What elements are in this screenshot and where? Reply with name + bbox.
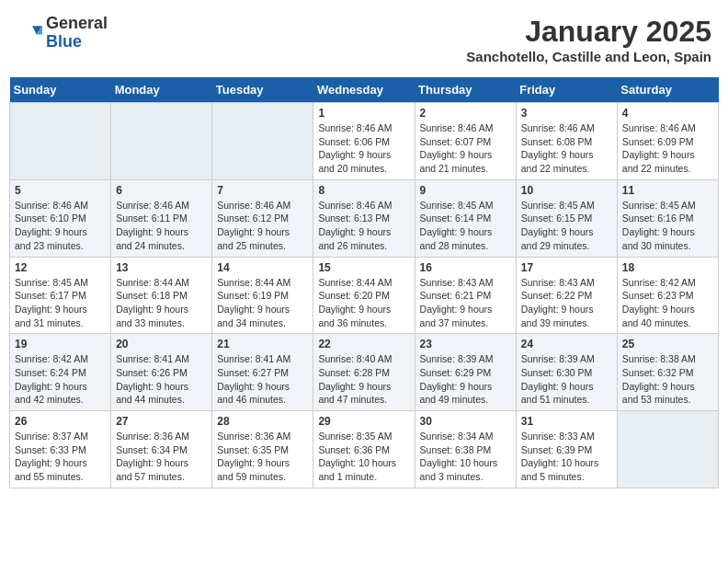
calendar-cell: 7Sunrise: 8:46 AM Sunset: 6:12 PM Daylig…: [212, 179, 313, 257]
day-number: 7: [217, 184, 308, 197]
calendar-week-row: 19Sunrise: 8:42 AM Sunset: 6:24 PM Dayli…: [10, 334, 719, 411]
day-number: 9: [420, 184, 511, 197]
month-title: January 2025: [466, 15, 711, 49]
calendar-cell: 2Sunrise: 8:46 AM Sunset: 6:07 PM Daylig…: [415, 103, 516, 180]
day-number: 16: [420, 261, 511, 274]
calendar-week-row: 1Sunrise: 8:46 AM Sunset: 6:06 PM Daylig…: [10, 103, 719, 180]
day-info: Sunrise: 8:43 AM Sunset: 6:21 PM Dayligh…: [420, 276, 511, 330]
calendar-cell: [212, 103, 313, 180]
weekday-header-friday: Friday: [516, 77, 617, 103]
weekday-header-monday: Monday: [111, 77, 212, 103]
day-number: 31: [521, 415, 612, 428]
day-info: Sunrise: 8:33 AM Sunset: 6:39 PM Dayligh…: [521, 430, 612, 484]
day-info: Sunrise: 8:35 AM Sunset: 6:36 PM Dayligh…: [318, 430, 409, 484]
day-number: 6: [116, 184, 207, 197]
day-number: 25: [622, 338, 713, 350]
day-info: Sunrise: 8:45 AM Sunset: 6:14 PM Dayligh…: [420, 199, 511, 253]
day-number: 24: [521, 338, 612, 350]
day-number: 1: [318, 107, 409, 120]
day-number: 27: [116, 415, 207, 428]
day-info: Sunrise: 8:40 AM Sunset: 6:28 PM Dayligh…: [318, 352, 409, 407]
day-number: 14: [217, 261, 308, 274]
day-info: Sunrise: 8:46 AM Sunset: 6:13 PM Dayligh…: [318, 199, 409, 253]
day-info: Sunrise: 8:42 AM Sunset: 6:23 PM Dayligh…: [622, 276, 713, 330]
calendar-cell: [617, 411, 718, 488]
day-info: Sunrise: 8:42 AM Sunset: 6:24 PM Dayligh…: [15, 352, 106, 407]
day-number: 21: [217, 338, 308, 350]
calendar-cell: 30Sunrise: 8:34 AM Sunset: 6:38 PM Dayli…: [415, 411, 516, 488]
day-number: 17: [521, 261, 612, 274]
day-number: 5: [15, 184, 106, 197]
calendar-cell: 26Sunrise: 8:37 AM Sunset: 6:33 PM Dayli…: [10, 411, 111, 488]
logo-general: General: [46, 15, 108, 33]
calendar-cell: 10Sunrise: 8:45 AM Sunset: 6:15 PM Dayli…: [516, 179, 617, 257]
calendar-cell: 22Sunrise: 8:40 AM Sunset: 6:28 PM Dayli…: [313, 334, 415, 411]
day-number: 20: [116, 338, 207, 350]
day-number: 26: [15, 415, 106, 428]
day-info: Sunrise: 8:44 AM Sunset: 6:20 PM Dayligh…: [318, 276, 409, 330]
calendar-cell: 25Sunrise: 8:38 AM Sunset: 6:32 PM Dayli…: [617, 334, 718, 411]
calendar-cell: 28Sunrise: 8:36 AM Sunset: 6:35 PM Dayli…: [212, 411, 313, 488]
calendar-cell: 6Sunrise: 8:46 AM Sunset: 6:11 PM Daylig…: [111, 179, 212, 257]
day-number: 13: [116, 261, 207, 274]
calendar-cell: 24Sunrise: 8:39 AM Sunset: 6:30 PM Dayli…: [516, 334, 617, 411]
calendar-cell: 8Sunrise: 8:46 AM Sunset: 6:13 PM Daylig…: [313, 179, 415, 257]
day-info: Sunrise: 8:36 AM Sunset: 6:35 PM Dayligh…: [217, 430, 308, 484]
weekday-header-sunday: Sunday: [10, 77, 111, 103]
calendar-cell: 16Sunrise: 8:43 AM Sunset: 6:21 PM Dayli…: [415, 257, 516, 334]
day-number: 12: [15, 261, 106, 274]
day-info: Sunrise: 8:45 AM Sunset: 6:15 PM Dayligh…: [521, 199, 612, 253]
calendar-cell: 23Sunrise: 8:39 AM Sunset: 6:29 PM Dayli…: [415, 334, 516, 411]
day-info: Sunrise: 8:46 AM Sunset: 6:10 PM Dayligh…: [15, 199, 106, 253]
day-number: 15: [318, 261, 409, 274]
day-info: Sunrise: 8:41 AM Sunset: 6:26 PM Dayligh…: [116, 352, 207, 407]
day-info: Sunrise: 8:44 AM Sunset: 6:19 PM Dayligh…: [217, 276, 308, 330]
day-info: Sunrise: 8:38 AM Sunset: 6:32 PM Dayligh…: [622, 352, 713, 407]
weekday-header-thursday: Thursday: [415, 77, 516, 103]
day-info: Sunrise: 8:37 AM Sunset: 6:33 PM Dayligh…: [15, 430, 106, 484]
day-info: Sunrise: 8:45 AM Sunset: 6:17 PM Dayligh…: [15, 276, 106, 330]
calendar-week-row: 26Sunrise: 8:37 AM Sunset: 6:33 PM Dayli…: [10, 411, 719, 488]
calendar-cell: 5Sunrise: 8:46 AM Sunset: 6:10 PM Daylig…: [10, 179, 111, 257]
calendar-cell: 27Sunrise: 8:36 AM Sunset: 6:34 PM Dayli…: [111, 411, 212, 488]
weekday-header-wednesday: Wednesday: [313, 77, 415, 103]
day-info: Sunrise: 8:46 AM Sunset: 6:06 PM Dayligh…: [318, 121, 409, 176]
day-info: Sunrise: 8:44 AM Sunset: 6:18 PM Dayligh…: [116, 276, 207, 330]
logo-blue: Blue: [46, 33, 108, 52]
calendar-cell: 19Sunrise: 8:42 AM Sunset: 6:24 PM Dayli…: [10, 334, 111, 411]
calendar-cell: 29Sunrise: 8:35 AM Sunset: 6:36 PM Dayli…: [313, 411, 415, 488]
day-info: Sunrise: 8:41 AM Sunset: 6:27 PM Dayligh…: [217, 352, 308, 407]
calendar-week-row: 12Sunrise: 8:45 AM Sunset: 6:17 PM Dayli…: [10, 257, 719, 334]
day-number: 3: [521, 107, 612, 120]
day-number: 28: [217, 415, 308, 428]
day-number: 30: [420, 415, 511, 428]
day-info: Sunrise: 8:39 AM Sunset: 6:29 PM Dayligh…: [420, 352, 511, 407]
logo-icon: [17, 20, 42, 46]
day-info: Sunrise: 8:46 AM Sunset: 6:08 PM Dayligh…: [521, 121, 612, 176]
weekday-header-tuesday: Tuesday: [212, 77, 313, 103]
day-info: Sunrise: 8:46 AM Sunset: 6:11 PM Dayligh…: [116, 199, 207, 253]
header: General Blue January 2025 Sanchotello, C…: [9, 9, 719, 70]
day-number: 23: [420, 338, 511, 350]
calendar-cell: 3Sunrise: 8:46 AM Sunset: 6:08 PM Daylig…: [516, 103, 617, 180]
day-info: Sunrise: 8:36 AM Sunset: 6:34 PM Dayligh…: [116, 430, 207, 484]
day-number: 2: [420, 107, 511, 120]
day-number: 10: [521, 184, 612, 197]
day-info: Sunrise: 8:45 AM Sunset: 6:16 PM Dayligh…: [622, 199, 713, 253]
calendar-week-row: 5Sunrise: 8:46 AM Sunset: 6:10 PM Daylig…: [10, 179, 719, 257]
day-number: 29: [318, 415, 409, 428]
day-number: 18: [622, 261, 713, 274]
calendar-cell: 13Sunrise: 8:44 AM Sunset: 6:18 PM Dayli…: [111, 257, 212, 334]
calendar-cell: 1Sunrise: 8:46 AM Sunset: 6:06 PM Daylig…: [313, 103, 415, 180]
day-number: 19: [15, 338, 106, 350]
calendar-cell: 14Sunrise: 8:44 AM Sunset: 6:19 PM Dayli…: [212, 257, 313, 334]
calendar-cell: 20Sunrise: 8:41 AM Sunset: 6:26 PM Dayli…: [111, 334, 212, 411]
weekday-header-row: SundayMondayTuesdayWednesdayThursdayFrid…: [10, 77, 719, 103]
day-info: Sunrise: 8:46 AM Sunset: 6:07 PM Dayligh…: [420, 121, 511, 176]
calendar-cell: 31Sunrise: 8:33 AM Sunset: 6:39 PM Dayli…: [516, 411, 617, 488]
day-number: 8: [318, 184, 409, 197]
day-number: 4: [622, 107, 713, 120]
calendar-cell: [10, 103, 111, 180]
day-info: Sunrise: 8:46 AM Sunset: 6:12 PM Dayligh…: [217, 199, 308, 253]
location-title: Sanchotello, Castille and Leon, Spain: [466, 49, 711, 64]
